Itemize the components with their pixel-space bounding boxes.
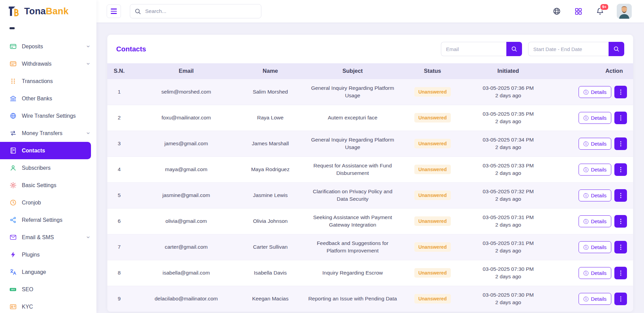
sidebar-item-wire-transfer-settings[interactable]: Wire Transfer Settings bbox=[0, 107, 96, 125]
cell-email: foxu@mailinator.com bbox=[131, 105, 241, 131]
sidebar-item-subscribers[interactable]: Subscribers bbox=[0, 159, 96, 177]
details-button[interactable]: ⓘDetails bbox=[579, 267, 611, 279]
contacts-table: S.N. Email Name Subject Status Initiated… bbox=[107, 63, 633, 312]
cell-action: ⓘDetails ⋮ bbox=[557, 260, 633, 286]
cell-email: maya@gmail.com bbox=[131, 156, 241, 182]
initiated-relative-time: 2 days ago bbox=[462, 170, 554, 176]
svg-text:SEO: SEO bbox=[11, 289, 15, 291]
column-header-name: Name bbox=[241, 63, 299, 79]
user-avatar[interactable] bbox=[617, 4, 632, 19]
row-menu-button[interactable]: ⋮ bbox=[614, 86, 627, 98]
sidebar-item-kyc[interactable]: KYC bbox=[0, 298, 96, 313]
details-button[interactable]: ⓘDetails bbox=[579, 138, 611, 150]
sidebar-item-label: SEO bbox=[22, 286, 33, 293]
initiated-relative-time: 2 days ago bbox=[462, 144, 554, 150]
cell-action: ⓘDetails ⋮ bbox=[557, 131, 633, 156]
row-menu-button[interactable]: ⋮ bbox=[614, 112, 627, 124]
row-menu-button[interactable]: ⋮ bbox=[614, 241, 627, 253]
row-menu-button[interactable]: ⋮ bbox=[614, 137, 627, 150]
sidebar-item-label: Referral Settings bbox=[22, 217, 62, 223]
sidebar-item-seo[interactable]: SEO SEO bbox=[0, 281, 96, 298]
details-button[interactable]: ⓘDetails bbox=[579, 190, 611, 201]
search-icon bbox=[135, 8, 141, 15]
details-button[interactable]: ⓘDetails bbox=[579, 215, 611, 227]
cell-status: Unanswered bbox=[406, 156, 459, 182]
email-filter-search-button[interactable] bbox=[506, 42, 522, 56]
initiated-datetime: 03-05-2025 07:33 PM bbox=[462, 163, 554, 169]
sidebar-menu: Deposits › Withdrawals › Transactions Ot… bbox=[0, 22, 96, 313]
details-button[interactable]: ⓘDetails bbox=[579, 112, 611, 124]
topbar-actions: 9+ bbox=[552, 4, 637, 19]
table-row: 6 olivia@gmail.com Olivia Johnson Seekin… bbox=[107, 208, 633, 234]
sidebar-item-label: Language bbox=[22, 269, 46, 275]
row-menu-button[interactable]: ⋮ bbox=[614, 215, 627, 228]
id-card-icon bbox=[9, 303, 17, 311]
column-header-initiated: Initiated bbox=[459, 63, 557, 79]
info-icon: ⓘ bbox=[583, 141, 588, 146]
row-menu-button[interactable]: ⋮ bbox=[614, 189, 627, 202]
search-input[interactable] bbox=[144, 8, 257, 15]
cell-sn: 6 bbox=[107, 208, 131, 234]
sidebar-toggle-button[interactable] bbox=[107, 4, 121, 18]
cell-sn: 7 bbox=[107, 234, 131, 260]
cell-status: Unanswered bbox=[406, 208, 459, 234]
status-badge: Unanswered bbox=[414, 216, 451, 226]
apps-grid-button[interactable] bbox=[573, 6, 583, 16]
table-row: 2 foxu@mailinator.com Raya Lowe Autem ex… bbox=[107, 105, 633, 131]
initiated-relative-time: 2 days ago bbox=[462, 274, 554, 280]
sidebar-item-contacts[interactable]: Contacts bbox=[0, 142, 91, 159]
date-range-input[interactable] bbox=[528, 42, 609, 56]
cell-action: ⓘDetails ⋮ bbox=[557, 156, 633, 182]
table-filters bbox=[441, 42, 624, 56]
details-button[interactable]: ⓘDetails bbox=[579, 86, 611, 98]
chevron-down-icon: › bbox=[85, 236, 92, 238]
cell-status: Unanswered bbox=[406, 260, 459, 286]
status-badge: Unanswered bbox=[414, 191, 451, 200]
sidebar-item-deposits[interactable]: Deposits › bbox=[0, 38, 96, 55]
global-search bbox=[130, 4, 261, 18]
sidebar-item-label: Withdrawals bbox=[22, 61, 51, 67]
details-button[interactable]: ⓘDetails bbox=[579, 164, 611, 176]
sidebar-item-referral-settings[interactable]: Referral Settings bbox=[0, 211, 96, 229]
cell-initiated: 03-05-2025 07:31 PM 2 days ago bbox=[459, 234, 557, 260]
column-header-action: Action bbox=[557, 63, 633, 79]
globe-icon bbox=[553, 7, 561, 15]
cell-name: Raya Lowe bbox=[241, 105, 299, 131]
status-badge: Unanswered bbox=[414, 165, 451, 174]
sidebar-item-transactions[interactable]: Transactions bbox=[0, 72, 96, 90]
chevron-down-icon: › bbox=[85, 132, 92, 134]
bank-icon bbox=[9, 95, 17, 102]
sidebar-item-withdrawals[interactable]: Withdrawals › bbox=[0, 55, 96, 72]
cell-status: Unanswered bbox=[406, 182, 459, 208]
date-filter-search-button[interactable] bbox=[609, 42, 624, 56]
language-globe-button[interactable] bbox=[552, 6, 562, 16]
row-menu-button[interactable]: ⋮ bbox=[614, 267, 627, 279]
cell-status: Unanswered bbox=[406, 286, 459, 312]
sidebar-item-language[interactable]: Language bbox=[0, 263, 96, 281]
sidebar-item-other-banks[interactable]: Other Banks bbox=[0, 90, 96, 107]
table-row: 1 selim@morshed.com Salim Morshed Genera… bbox=[107, 79, 633, 105]
sidebar-item-cronjob[interactable]: Cronjob bbox=[0, 194, 96, 211]
row-menu-button[interactable]: ⋮ bbox=[614, 163, 627, 176]
info-icon: ⓘ bbox=[583, 245, 588, 250]
info-icon: ⓘ bbox=[583, 89, 588, 95]
cell-sn: 3 bbox=[107, 131, 131, 156]
notifications-button[interactable]: 9+ bbox=[595, 6, 605, 16]
sidebar-item-label: KYC bbox=[22, 304, 33, 310]
initiated-relative-time: 2 days ago bbox=[462, 248, 554, 254]
cell-name: James Marshall bbox=[241, 131, 299, 156]
contacts-table-body: 1 selim@morshed.com Salim Morshed Genera… bbox=[107, 79, 633, 312]
hamburger-icon bbox=[111, 9, 117, 10]
details-button[interactable]: ⓘDetails bbox=[579, 293, 611, 305]
brand-logo[interactable]: TonaBank bbox=[0, 0, 96, 22]
chevron-down-icon: › bbox=[85, 45, 92, 47]
sidebar-item-email-sms[interactable]: Email & SMS › bbox=[0, 229, 96, 246]
sidebar-item-money-transfers[interactable]: Money Transfers › bbox=[0, 125, 96, 142]
search-icon bbox=[511, 46, 517, 52]
email-filter-input[interactable] bbox=[441, 42, 506, 56]
sidebar-item-plugins[interactable]: Plugins bbox=[0, 246, 96, 263]
page-content: Contacts bbox=[96, 22, 644, 313]
sidebar-item-basic-settings[interactable]: Basic Settings bbox=[0, 177, 96, 194]
details-button[interactable]: ⓘDetails bbox=[579, 241, 611, 253]
row-menu-button[interactable]: ⋮ bbox=[614, 293, 627, 305]
